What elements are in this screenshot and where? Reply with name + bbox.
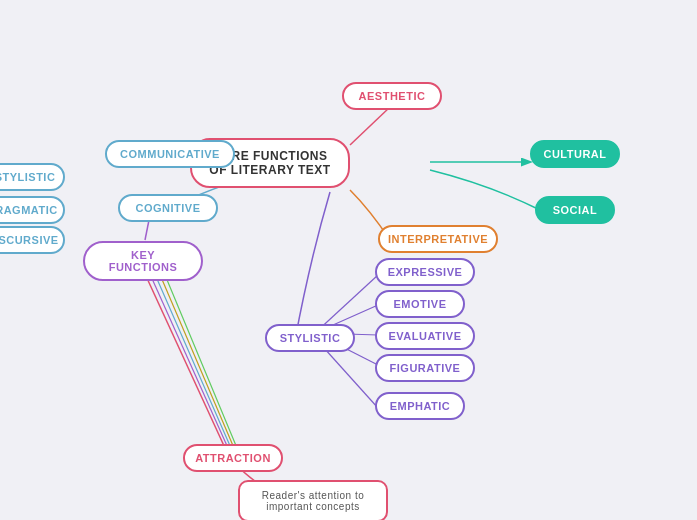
discursive-label: DISCURSIVE [0,234,59,246]
stylistic-left-node[interactable]: STYLISTIC [0,163,65,191]
cultural-label: CULTURAL [543,148,606,160]
keyfunctions-label: KEY FUNCTIONS [97,249,189,273]
communicative-label: COMMUNICATIVE [120,148,220,160]
svg-line-4 [140,263,225,448]
expressive-label: EXPRESSIVE [388,266,463,278]
keyfunctions-node[interactable]: KEY FUNCTIONS [83,241,203,281]
reader-node[interactable]: Reader's attention to important concepts [238,480,388,520]
stylistic-node[interactable]: STYLISTIC [265,324,355,352]
pragmatic-label: PRAGMATIC [0,204,58,216]
stylistic-label: STYLISTIC [280,332,341,344]
figurative-node[interactable]: FIGURATIVE [375,354,475,382]
emotive-node[interactable]: EMOTIVE [375,290,465,318]
stylistic-left-label: STYLISTIC [0,171,55,183]
aesthetic-label: AESTHETIC [359,90,426,102]
expressive-node[interactable]: EXPRESSIVE [375,258,475,286]
svg-line-8 [160,263,237,448]
communicative-node[interactable]: COMMUNICATIVE [105,140,235,168]
discursive-node[interactable]: DISCURSIVE [0,226,65,254]
pragmatic-node[interactable]: PRAGMATIC [0,196,65,224]
svg-line-7 [155,263,234,448]
cognitive-label: COGNITIVE [135,202,200,214]
cultural-node[interactable]: CULTURAL [530,140,620,168]
svg-line-0 [350,107,390,145]
svg-line-6 [150,263,231,448]
evaluative-label: EVALUATIVE [388,330,461,342]
social-label: SOCIAL [553,204,598,216]
social-node[interactable]: SOCIAL [535,196,615,224]
interpretative-node[interactable]: INTERPRETATIVE [378,225,498,253]
evaluative-node[interactable]: EVALUATIVE [375,322,475,350]
svg-line-5 [145,263,228,448]
emphatic-label: EMPHATIC [390,400,451,412]
aesthetic-node[interactable]: AESTHETIC [342,82,442,110]
reader-label: Reader's attention to important concepts [250,490,376,512]
cognitive-node[interactable]: COGNITIVE [118,194,218,222]
emotive-label: EMOTIVE [393,298,446,310]
figurative-label: FIGURATIVE [390,362,461,374]
attraction-label: ATTRACTION [195,452,271,464]
attraction-node[interactable]: ATTRACTION [183,444,283,472]
emphatic-node[interactable]: EMPHATIC [375,392,465,420]
interpretative-label: INTERPRETATIVE [388,233,488,245]
